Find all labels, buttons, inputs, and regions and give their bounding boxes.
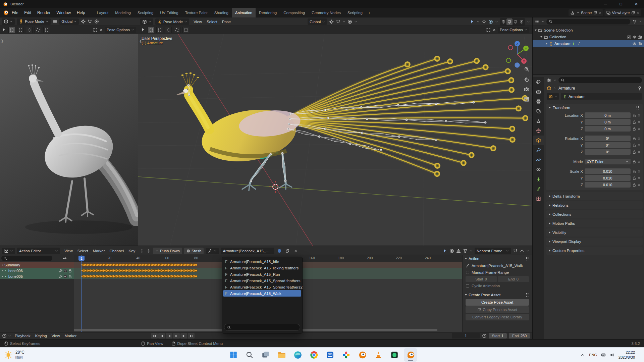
- filter-icon[interactable]: [632, 19, 637, 24]
- animate-dot[interactable]: [638, 177, 640, 179]
- current-frame-badge[interactable]: 1: [78, 256, 85, 261]
- lock-icon[interactable]: [68, 274, 72, 278]
- outliner-search-input[interactable]: [546, 19, 630, 24]
- new-action-icon[interactable]: [284, 248, 290, 254]
- value-field-y[interactable]: 0°: [585, 142, 631, 148]
- show-desktop-button[interactable]: [639, 348, 641, 362]
- check-on-icon[interactable]: [627, 35, 631, 39]
- action-option-armature-peacock-a15-licking-feathers[interactable]: FArmature|Peacock_A15_licking feathers: [223, 265, 301, 271]
- show-hidden-icon[interactable]: [449, 249, 454, 253]
- chevron-down-icon[interactable]: [495, 19, 498, 24]
- expander-icon[interactable]: [2, 264, 3, 266]
- convert-legacy-pose-library-button[interactable]: Convert Legacy Pose Library: [466, 314, 529, 320]
- lock-icon[interactable]: [68, 269, 72, 273]
- show-errors-icon[interactable]: [456, 249, 461, 253]
- properties-tab-tool[interactable]: [533, 77, 544, 87]
- fake-user-shield-icon[interactable]: [276, 248, 282, 254]
- camera-icon[interactable]: [638, 42, 642, 46]
- panel-viewport-display[interactable]: Viewport Display: [546, 238, 643, 246]
- snap-icon[interactable]: [88, 19, 92, 24]
- create-pose-asset-button[interactable]: Create Pose Asset: [466, 299, 529, 306]
- menu-help[interactable]: Help: [74, 8, 88, 17]
- lock-icon[interactable]: [632, 150, 636, 154]
- taskbar-app-blue-icon[interactable]: [323, 348, 337, 362]
- menu-playback[interactable]: Playback: [12, 332, 33, 339]
- expander-icon[interactable]: [2, 270, 3, 272]
- chevron-down-icon[interactable]: [526, 249, 529, 253]
- proportional-edit-icon[interactable]: [347, 19, 352, 24]
- pose-options-dropdown[interactable]: Pose Options: [105, 27, 136, 33]
- properties-tab-world[interactable]: [533, 126, 544, 136]
- workspace-tab-rendering[interactable]: Rendering: [256, 8, 280, 17]
- enable-checkbox-icon[interactable]: [63, 269, 67, 273]
- lock-icon[interactable]: [632, 183, 636, 187]
- move-channel-down-icon[interactable]: [146, 249, 151, 253]
- pose-options-dropdown[interactable]: Pose Options: [498, 27, 529, 33]
- select-box-button[interactable]: [156, 27, 163, 33]
- current-frame-field[interactable]: 1: [452, 333, 480, 339]
- eye-icon[interactable]: [632, 42, 637, 46]
- value-field-y[interactable]: 0 m: [585, 119, 631, 125]
- menu-view[interactable]: View: [49, 332, 62, 339]
- properties-editor-icon[interactable]: [547, 78, 551, 83]
- panel-delta-transform[interactable]: Delta Transform: [546, 192, 643, 200]
- taskbar-app-photos-icon[interactable]: [339, 348, 353, 362]
- timeline-editor-icon[interactable]: [2, 333, 7, 338]
- action-name-field[interactable]: Armature|Peacock_A15_Walk: [221, 248, 274, 254]
- select-lasso-button[interactable]: [174, 27, 180, 33]
- shading-wireframe-button[interactable]: [500, 18, 506, 25]
- input-language[interactable]: ENG: [589, 353, 597, 357]
- proportional-fcurve-icon[interactable]: [520, 249, 524, 253]
- scene-selector[interactable]: Scene: [569, 9, 603, 16]
- select-visibility-icon[interactable]: [470, 19, 475, 24]
- properties-tab-object[interactable]: [533, 136, 544, 145]
- pin-icon[interactable]: [637, 86, 642, 91]
- pivot-point-icon[interactable]: [329, 19, 334, 24]
- animate-dot[interactable]: [638, 144, 640, 146]
- manual-frame-range-row[interactable]: Manual Frame Range: [463, 269, 532, 276]
- start-frame-field[interactable]: Start1: [489, 333, 507, 339]
- channel-summary[interactable]: Summary: [0, 262, 74, 268]
- pose-asset-panel-header[interactable]: Create Pose Asset: [463, 291, 532, 298]
- properties-tab-scene[interactable]: [533, 116, 544, 126]
- gizmo-x-label[interactable]: X: [523, 60, 525, 63]
- pivot-point-icon[interactable]: [81, 19, 86, 24]
- browse-object-button[interactable]: [547, 93, 559, 100]
- select-tweak-button[interactable]: [8, 27, 15, 33]
- dopesheet-mode-select[interactable]: Action Editor: [17, 248, 60, 254]
- select-extend-button[interactable]: [43, 27, 50, 33]
- unlink-scene-icon[interactable]: [598, 10, 602, 15]
- chevron-down-icon[interactable]: [8, 333, 11, 338]
- taskbar-file-explorer-icon[interactable]: [275, 348, 288, 362]
- shading-rendered-button[interactable]: [519, 18, 525, 25]
- eye-icon[interactable]: [632, 35, 637, 39]
- mode-select[interactable]: Pose Mode: [17, 18, 51, 25]
- close-button[interactable]: ✕: [629, 0, 644, 8]
- end-frame-field[interactable]: End0: [498, 276, 529, 282]
- jump-to-end-button[interactable]: [188, 333, 195, 339]
- menu-view[interactable]: View: [191, 17, 204, 26]
- menu-select[interactable]: Select: [204, 17, 220, 26]
- menu-view[interactable]: View: [62, 246, 75, 256]
- jump-to-start-button[interactable]: [151, 333, 158, 339]
- orientation-select[interactable]: Global: [308, 18, 327, 25]
- panel-custom-properties[interactable]: Custom Properties: [546, 247, 643, 255]
- taskbar-start-icon[interactable]: [227, 348, 240, 362]
- editor-type-button[interactable]: [2, 248, 15, 254]
- viewlayer-selector[interactable]: ViewLayer: [604, 9, 642, 16]
- panel-collections[interactable]: Collections: [546, 210, 643, 218]
- action-option-armature-peacock-a15-spread-feathers[interactable]: FArmature|Peacock_A15_Spread feathers: [223, 277, 301, 284]
- expander-icon[interactable]: [540, 36, 542, 38]
- workspace-tab-compositing[interactable]: Compositing: [280, 8, 308, 17]
- expand-icon[interactable]: [93, 28, 98, 32]
- shading-options-icon[interactable]: [527, 19, 530, 24]
- value-field-z[interactable]: 0°: [585, 149, 631, 155]
- use-preview-range-icon[interactable]: [482, 333, 487, 338]
- lock-icon[interactable]: [632, 169, 636, 173]
- blender-menu-icon[interactable]: [3, 10, 9, 16]
- clear-icon[interactable]: [99, 28, 103, 32]
- animate-dot[interactable]: [638, 170, 640, 172]
- chevron-down-icon[interactable]: [470, 249, 473, 253]
- select-circle-button[interactable]: [26, 27, 33, 33]
- playhead[interactable]: [82, 255, 82, 332]
